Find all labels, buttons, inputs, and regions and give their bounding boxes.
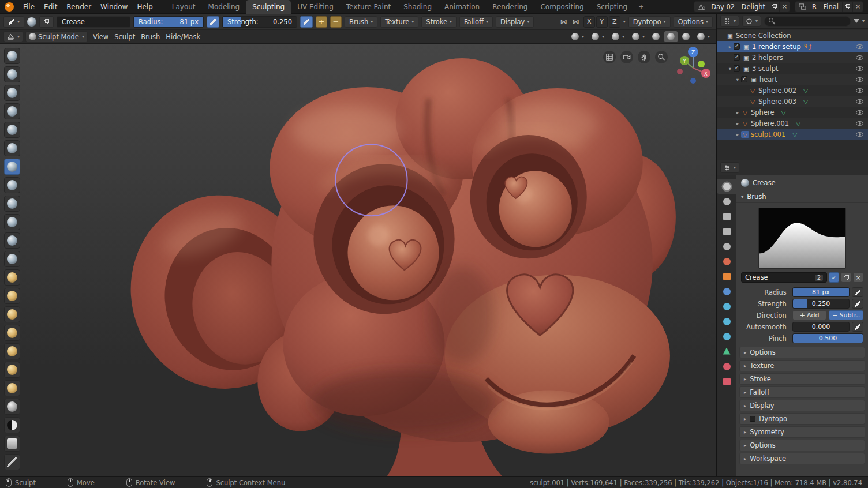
direction-subtract-button[interactable]: −Subtr.. — [829, 310, 863, 320]
tab-object[interactable] — [717, 269, 736, 284]
tool-dropdown-button[interactable]: ▾ — [3, 16, 24, 28]
workspace-tab[interactable]: Shading — [397, 0, 438, 14]
workspace-tab[interactable]: Sculpting — [246, 0, 291, 14]
select-tool-dropdown-icon[interactable] — [589, 31, 607, 42]
editor-type-button[interactable] — [3, 31, 23, 42]
outliner-item-label[interactable]: Sphere.003 — [758, 97, 796, 106]
outliner-row[interactable]: ▣ 2 helpers — [717, 52, 868, 63]
outliner-item-label[interactable]: Scene Collection — [736, 32, 791, 40]
tab-constraints[interactable] — [717, 329, 736, 344]
tab-texture[interactable] — [717, 374, 736, 389]
autosmooth-pressure-toggle[interactable] — [852, 322, 863, 332]
mask-brush-button[interactable] — [4, 417, 20, 433]
camera-icon[interactable] — [620, 51, 633, 63]
workspace-tab[interactable]: Texture Paint — [340, 0, 397, 14]
viewport-menu-item[interactable]: Hide/Mask — [163, 31, 203, 42]
unlink-brush-button[interactable]: × — [853, 272, 863, 283]
expand-arrow-icon[interactable]: ▸ — [734, 132, 741, 137]
grab-brush-button[interactable] — [4, 269, 20, 286]
collection-checkbox[interactable] — [734, 54, 740, 61]
snake-hook-brush-button[interactable] — [4, 306, 20, 322]
tool-header-dropdown[interactable]: Stroke▾ — [421, 16, 457, 28]
viewport-menu-item[interactable]: Brush — [138, 31, 163, 42]
collection-checkbox[interactable] — [741, 76, 747, 82]
tool-header-dropdown[interactable]: Display▾ — [496, 16, 534, 28]
mirror-axis-toggle[interactable]: X — [583, 16, 595, 28]
fill-brush-button[interactable] — [4, 214, 20, 230]
outliner-item-label[interactable]: 1 render setup — [752, 43, 801, 51]
tab-modifiers[interactable] — [717, 284, 736, 299]
viewport-3d[interactable]: Z Y X — [0, 44, 716, 476]
outliner-item-label[interactable]: 2 helpers — [752, 54, 783, 62]
viewport-menu-item[interactable]: Sculpt — [111, 31, 138, 42]
smooth-brush-button[interactable] — [4, 177, 20, 193]
outliner-item-label[interactable]: sculpt.001 — [751, 130, 785, 138]
viewport-menu-item[interactable]: View — [90, 31, 111, 42]
hide-eye-icon[interactable] — [856, 44, 863, 49]
panel-section-header[interactable]: ▸ Dyntopo — [739, 413, 865, 425]
tool-header-dropdown[interactable]: Falloff▾ — [459, 16, 493, 28]
flatten-brush-button[interactable] — [4, 196, 20, 212]
pinch-field[interactable]: 0.500 — [792, 333, 863, 343]
new-scene-button[interactable] — [769, 2, 779, 12]
blender-logo-icon[interactable] — [5, 2, 14, 12]
shading-solid-icon[interactable] — [664, 31, 678, 42]
view-layer-icon[interactable] — [798, 3, 807, 10]
menu-item[interactable]: File — [18, 0, 39, 14]
outliner-item-label[interactable]: heart — [760, 76, 777, 84]
outliner-row[interactable]: ▣ Scene Collection — [717, 30, 868, 41]
filter-icon[interactable] — [854, 19, 859, 23]
expand-arrow-icon[interactable]: ▸ — [727, 44, 734, 50]
view-layer-name[interactable]: R - Final — [809, 3, 842, 11]
tool-header-dropdown[interactable]: Brush▾ — [345, 16, 377, 28]
workspace-tab[interactable]: Modeling — [202, 0, 246, 14]
menu-item[interactable]: Window — [96, 0, 132, 14]
shading-rendered-icon[interactable] — [694, 31, 713, 42]
expand-arrow-icon[interactable]: ▾ — [727, 66, 734, 72]
radius-field[interactable]: 81 px — [792, 287, 850, 297]
fake-user-toggle[interactable]: ✓ — [829, 272, 839, 283]
strength-pressure-toggle[interactable] — [852, 299, 863, 309]
gizmos-dropdown-icon[interactable] — [629, 31, 648, 42]
direction-add-button[interactable]: +Add — [792, 310, 827, 320]
scrape-brush-button[interactable] — [4, 232, 20, 249]
pose-brush-button[interactable] — [4, 343, 20, 359]
outliner-row[interactable]: ▾ ▣ 3 sculpt — [717, 63, 868, 74]
tab-scene[interactable] — [717, 239, 736, 254]
slide-relax-brush-button[interactable] — [4, 399, 20, 415]
workspace-tab[interactable]: Layout — [166, 0, 202, 14]
strength-slider[interactable]: Strength: 0.250 — [222, 16, 297, 28]
new-view-layer-button[interactable] — [842, 2, 852, 12]
panel-section-header[interactable]: ▸ Falloff — [739, 386, 865, 398]
overlays-dropdown-icon[interactable] — [609, 31, 627, 42]
outliner-row[interactable]: ▾ ▣ heart — [717, 74, 868, 85]
close-view-layer-button[interactable]: × — [852, 2, 863, 12]
collection-checkbox[interactable] — [734, 65, 740, 72]
brush-name-field[interactable]: Crease — [57, 16, 130, 28]
tab-particles[interactable] — [717, 299, 736, 314]
hide-eye-icon[interactable] — [856, 121, 863, 126]
workspace-tab[interactable]: Animation — [438, 0, 486, 14]
tool-header-dropdown[interactable]: Texture▾ — [380, 16, 418, 28]
symmetry-icon[interactable]: ⋈ — [559, 18, 568, 26]
nudge-brush-button[interactable] — [4, 362, 20, 378]
rotate-brush-button[interactable] — [4, 380, 20, 396]
tab-object-data[interactable] — [717, 344, 736, 359]
layer-brush-button[interactable] — [4, 103, 20, 119]
browse-brush-button[interactable] — [39, 16, 54, 28]
tab-world[interactable] — [717, 254, 736, 269]
menu-item[interactable]: Edit — [39, 0, 62, 14]
scene-icon[interactable] — [697, 3, 706, 10]
outliner-row[interactable]: ▸ ▽ sculpt.001 ▽ — [717, 129, 868, 140]
direction-subtract-toggle[interactable]: − — [330, 16, 342, 28]
outliner-display-mode-button[interactable] — [742, 16, 761, 27]
outliner-item-label[interactable]: Sphere.002 — [758, 87, 796, 95]
shading-material-icon[interactable] — [679, 31, 693, 42]
grid-icon[interactable] — [603, 51, 616, 63]
brush-name-field[interactable]: Crease 2 — [741, 272, 827, 283]
annotate-brush-button[interactable] — [4, 454, 20, 470]
active-brush-thumbnail-icon[interactable] — [27, 17, 36, 27]
tab-material[interactable] — [717, 359, 736, 374]
panel-section-header[interactable]: ▸ Symmetry — [739, 426, 865, 438]
duplicate-brush-button[interactable] — [841, 272, 851, 283]
